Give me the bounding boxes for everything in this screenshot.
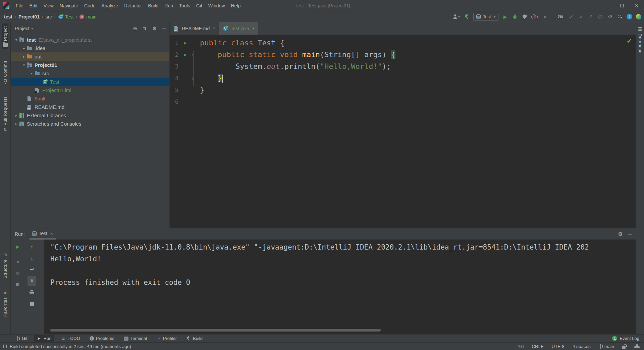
run-config-selector[interactable]: Test ▾ xyxy=(473,13,498,21)
tool-button-git[interactable]: Git xyxy=(13,335,31,342)
tab-test-java[interactable]: C Test.java × xyxy=(219,22,258,35)
tool-button-build[interactable]: Build xyxy=(183,335,206,342)
tree-item-external-libraries[interactable]: ▸External Libraries xyxy=(11,111,169,120)
menu-edit[interactable]: Edit xyxy=(26,0,41,11)
chevron-down-icon[interactable]: ▾ xyxy=(29,72,35,75)
stop-button[interactable]: ■ xyxy=(13,257,22,267)
menu-window[interactable]: Window xyxy=(205,0,228,11)
run-line-icon[interactable]: ▶ xyxy=(181,40,190,45)
breadcrumb-item-project01[interactable]: Project01 xyxy=(18,14,40,19)
tool-button-project[interactable]: Project xyxy=(2,24,8,49)
menu-build[interactable]: Build xyxy=(145,0,161,11)
menu-navigate[interactable]: Navigate xyxy=(57,0,81,11)
profiler-button[interactable]: ▾ xyxy=(531,13,538,20)
clear-console-icon[interactable] xyxy=(28,299,36,309)
chevron-down-icon[interactable]: ▾ xyxy=(13,38,19,42)
chevron-down-icon[interactable]: ▾ xyxy=(21,63,27,67)
git-branch-widget[interactable]: main xyxy=(599,344,614,349)
stop-button[interactable]: ■ xyxy=(542,13,548,20)
tool-button-favorites[interactable]: ★ Favorites xyxy=(2,288,8,319)
tree-item-test[interactable]: ▾testE:\java_all_projects\test xyxy=(11,36,169,44)
chevron-right-icon[interactable]: ▸ xyxy=(13,122,19,126)
build-settings-icon[interactable]: ⚙ xyxy=(13,268,22,278)
project-panel-title[interactable]: Project xyxy=(15,26,30,31)
tool-button-profiler[interactable]: ◔ Profiler xyxy=(153,335,180,342)
toggle-tool-buttons-icon[interactable] xyxy=(3,345,7,348)
close-icon[interactable]: × xyxy=(213,26,215,31)
indent-setting[interactable]: 4 spaces xyxy=(573,344,591,349)
tool-button-terminal[interactable]: ›_ Terminal xyxy=(121,335,150,342)
search-everywhere-icon[interactable] xyxy=(617,13,623,20)
breadcrumb-item-test[interactable]: test xyxy=(4,14,12,19)
minimize-button[interactable]: ─ xyxy=(600,0,614,11)
locate-file-icon[interactable]: ⊕ xyxy=(133,26,137,32)
caret-position[interactable]: 4:6 xyxy=(517,344,524,349)
menu-git[interactable]: Git xyxy=(193,0,205,11)
gear-icon[interactable]: ⚙ xyxy=(618,231,623,237)
chevron-right-icon[interactable]: ▸ xyxy=(21,55,27,58)
menu-tools[interactable]: Tools xyxy=(176,0,193,11)
breadcrumb-item-src[interactable]: src xyxy=(46,14,52,19)
collaborate-icon[interactable]: ▾ xyxy=(453,13,460,20)
hide-panel-icon[interactable]: ─ xyxy=(628,231,632,237)
coverage-button[interactable] xyxy=(522,13,528,20)
tool-button-problems[interactable]: ! Problems xyxy=(87,335,117,342)
line-ending[interactable]: CRLF xyxy=(532,344,543,349)
tool-button-pull-requests[interactable]: Pull Requests ⇅ xyxy=(2,94,8,135)
git-commit-icon[interactable]: ✔ xyxy=(578,13,584,20)
tool-button-run[interactable]: ▶ Run xyxy=(34,335,55,342)
tree-item-project01-iml[interactable]: Project01.iml xyxy=(11,86,169,94)
breadcrumb-item-test[interactable]: Test xyxy=(65,14,74,19)
horizontal-scrollbar[interactable] xyxy=(50,329,381,332)
run-line-icon[interactable]: ▶ xyxy=(181,52,190,57)
tab-readme-md[interactable]: MD README.md × xyxy=(170,22,219,35)
git-push-icon[interactable]: ↗ xyxy=(588,13,594,20)
tree-item-readme-md[interactable]: MDREADME.md xyxy=(11,103,169,111)
hide-panel-icon[interactable]: ─ xyxy=(162,26,166,31)
tool-button-commit[interactable]: Commit xyxy=(2,58,8,85)
tree-item--null[interactable]: $null xyxy=(11,94,169,103)
tree-item-scratches-and-consoles[interactable]: ▸Scratches and Consoles xyxy=(11,120,169,128)
chevron-right-icon[interactable]: ▸ xyxy=(13,114,19,117)
restore-layout-icon[interactable]: ⊞ xyxy=(13,279,22,290)
breadcrumb-item-main[interactable]: main xyxy=(86,14,96,19)
menu-analyze[interactable]: Analyze xyxy=(99,0,121,11)
console-output[interactable]: "C:\Program Files\Java\jdk-11.0.8\bin\ja… xyxy=(44,239,636,334)
fold-marker-icon[interactable]: ∨ xyxy=(190,52,196,57)
tree-item-project01[interactable]: ▾Project01 xyxy=(11,61,169,69)
sync-settings-icon[interactable] xyxy=(634,344,640,348)
ide-update-icon[interactable]: ↑ xyxy=(627,14,632,19)
rollback-icon[interactable]: ↺ xyxy=(607,13,613,20)
tree-item-out[interactable]: ▸out xyxy=(11,52,169,61)
tree-item-test[interactable]: CTest xyxy=(11,78,169,86)
gear-icon[interactable]: ⚙ xyxy=(152,26,157,32)
git-update-icon[interactable]: ↙ xyxy=(568,13,574,20)
collapse-all-icon[interactable]: ⇅ xyxy=(143,26,147,31)
menu-code[interactable]: Code xyxy=(81,0,98,11)
build-project-icon[interactable] xyxy=(464,13,470,20)
menu-refactor[interactable]: Refactor xyxy=(121,0,145,11)
chevron-right-icon[interactable]: ▸ xyxy=(21,46,27,50)
close-button[interactable]: ✕ xyxy=(629,0,644,11)
close-icon[interactable]: × xyxy=(50,231,53,236)
rerun-button[interactable]: ▶ xyxy=(13,242,22,252)
event-log-button[interactable]: 1 Event Log xyxy=(612,336,639,341)
next-occurrence-icon[interactable]: ↓ xyxy=(28,253,36,263)
history-clock-icon[interactable]: ◷ xyxy=(597,13,603,20)
prev-occurrence-icon[interactable]: ↑ xyxy=(28,242,36,252)
tree-item--idea[interactable]: ▸.idea xyxy=(11,44,169,52)
file-encoding[interactable]: UTF-8 xyxy=(551,344,564,349)
plugin-colorful-icon[interactable] xyxy=(636,14,641,19)
maximize-button[interactable] xyxy=(614,0,629,11)
soft-wrap-icon[interactable]: ↩ xyxy=(28,264,36,274)
run-button[interactable]: ▶ xyxy=(502,13,508,20)
tool-button-database[interactable]: Database xyxy=(637,24,643,56)
scroll-to-end-icon[interactable]: ⇟ xyxy=(28,276,36,286)
menu-file[interactable]: File xyxy=(13,0,26,11)
fold-marker-icon[interactable]: ∧ xyxy=(190,76,196,81)
tree-item-src[interactable]: ▾src xyxy=(11,69,169,78)
menu-view[interactable]: View xyxy=(41,0,57,11)
debug-button[interactable] xyxy=(512,13,518,20)
menu-help[interactable]: Help xyxy=(228,0,244,11)
inspections-ok-icon[interactable]: ✔ xyxy=(627,38,632,45)
